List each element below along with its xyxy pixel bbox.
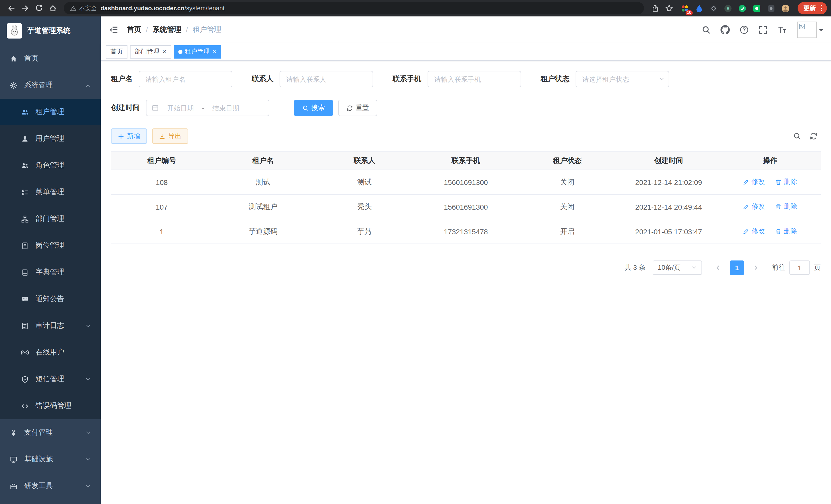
share-button[interactable] xyxy=(648,1,662,15)
header-search-button[interactable] xyxy=(701,25,711,35)
user-avatar-dropdown[interactable] xyxy=(797,22,823,38)
browser-reload-button[interactable] xyxy=(32,1,46,15)
cell-tenant-name: 测试租户 xyxy=(212,195,314,219)
sidebar-item-dept-management[interactable]: 部门管理 xyxy=(0,206,101,232)
breadcrumb-home[interactable]: 首页 xyxy=(127,25,141,34)
prev-page-button[interactable] xyxy=(710,261,726,275)
delete-label: 删除 xyxy=(784,202,797,211)
tab-home[interactable]: 首页 xyxy=(106,45,127,58)
delete-link[interactable]: 删除 xyxy=(775,227,797,236)
current-page-button[interactable]: 1 xyxy=(730,261,744,275)
filter-status: 租户状态 xyxy=(541,71,669,87)
sidebar-item-infrastructure[interactable]: 基础设施 xyxy=(0,446,101,473)
export-button[interactable]: 导出 xyxy=(152,128,188,144)
address-bar[interactable]: 不安全 dashboard.yudao.iocoder.cn/system/te… xyxy=(64,2,644,14)
extension-icon-drop[interactable] xyxy=(694,3,704,13)
hamburger-icon[interactable] xyxy=(109,25,119,35)
navbar: 首页 系统管理 租户管理 xyxy=(101,17,831,43)
sidebar-item-notice[interactable]: 通知公告 xyxy=(0,286,101,313)
cell-actions: 修改 删除 xyxy=(719,170,821,195)
date-separator: - xyxy=(202,104,204,112)
sidebar-item-label: 租户管理 xyxy=(35,108,64,117)
toggle-search-icon[interactable] xyxy=(793,132,801,140)
browser-back-button[interactable] xyxy=(4,1,18,15)
delete-link[interactable]: 删除 xyxy=(775,202,797,211)
add-button[interactable]: 新增 xyxy=(111,128,147,144)
status-select[interactable] xyxy=(576,71,669,87)
sidebar-item-role-management[interactable]: 角色管理 xyxy=(0,152,101,179)
sidebar-item-online-users[interactable]: 在线用户 xyxy=(0,339,101,366)
font-size-button[interactable] xyxy=(777,25,787,35)
page-size-select[interactable]: 10条/页 xyxy=(653,261,702,275)
start-date-input[interactable] xyxy=(161,104,199,112)
sidebar-item-payment[interactable]: 支付管理 xyxy=(0,419,101,446)
end-date-input[interactable] xyxy=(207,104,245,112)
tab-tenant-management[interactable]: 租户管理 xyxy=(173,45,221,58)
warning-icon xyxy=(70,5,77,11)
delete-link[interactable]: 删除 xyxy=(775,178,797,187)
filter-row-2: 创建时间 - 搜索 重置 xyxy=(111,100,821,116)
browser-forward-button[interactable] xyxy=(18,1,32,15)
sidebar-item-user-management[interactable]: 用户管理 xyxy=(0,125,101,152)
sidebar: 芋道管理系统 首页 系统管理 租户管理 xyxy=(0,17,101,504)
table-row: 107 测试租户 秃头 15601691300 关闭 2021-12-14 20… xyxy=(111,195,821,219)
close-icon[interactable] xyxy=(163,48,166,55)
edit-link[interactable]: 修改 xyxy=(743,227,765,236)
help-button[interactable] xyxy=(739,25,749,35)
security-label: 不安全 xyxy=(79,4,97,12)
sidebar-logo[interactable]: 芋道管理系统 xyxy=(0,17,101,45)
profile-avatar-icon[interactable] xyxy=(781,3,791,13)
home-icon xyxy=(10,55,18,62)
sidebar-item-dev-tools[interactable]: 研发工具 xyxy=(0,473,101,499)
contact-input[interactable] xyxy=(280,71,373,87)
cell-tenant-id: 1 xyxy=(111,219,212,244)
goto-page-input[interactable] xyxy=(790,261,810,275)
tenant-name-input[interactable] xyxy=(139,71,232,87)
tab-dept-management[interactable]: 部门管理 xyxy=(130,45,171,58)
sidebar-item-audit-log[interactable]: 审计日志 xyxy=(0,313,101,339)
kebab-menu-icon xyxy=(818,5,826,11)
github-link[interactable] xyxy=(720,25,730,35)
search-icon xyxy=(701,25,711,34)
sidebar-item-sms-management[interactable]: 短信管理 xyxy=(0,366,101,392)
search-button[interactable]: 搜索 xyxy=(294,100,333,116)
sidebar-item-post-management[interactable]: 岗位管理 xyxy=(0,232,101,259)
extension-icon-green-square[interactable] xyxy=(752,3,762,13)
phone-input[interactable] xyxy=(428,71,521,87)
browser-update-button[interactable]: 更新 xyxy=(798,2,827,14)
next-page-button[interactable] xyxy=(748,261,764,275)
app-frame: 芋道管理系统 首页 系统管理 租户管理 xyxy=(0,17,831,504)
cell-tenant-id: 108 xyxy=(111,170,212,195)
sidebar-item-menu-management[interactable]: 菜单管理 xyxy=(0,179,101,206)
refresh-table-icon[interactable] xyxy=(809,132,818,140)
bookmark-button[interactable] xyxy=(662,1,676,15)
edit-link[interactable]: 修改 xyxy=(743,178,765,187)
extension-icon-puzzle[interactable] xyxy=(767,3,776,13)
reset-button-label: 重置 xyxy=(355,103,369,113)
extension-icon-dark[interactable] xyxy=(723,3,733,13)
browser-home-button[interactable] xyxy=(46,1,60,15)
extension-icon-green-circle[interactable] xyxy=(738,3,747,13)
delete-label: 删除 xyxy=(784,178,797,187)
edit-link[interactable]: 修改 xyxy=(743,202,765,211)
sidebar-item-tenant-management[interactable]: 租户管理 xyxy=(0,99,101,125)
chevron-down-icon xyxy=(85,483,91,489)
table-header-row: 租户编号 租户名 联系人 联系手机 租户状态 创建时间 操作 xyxy=(111,151,821,170)
security-chip[interactable]: 不安全 xyxy=(70,4,97,12)
cell-tenant-name: 芋道源码 xyxy=(212,219,314,244)
sidebar-item-error-code[interactable]: 错误码管理 xyxy=(0,392,101,419)
filter-phone: 联系手机 xyxy=(393,71,521,87)
fullscreen-button[interactable] xyxy=(758,25,768,35)
extension-icon-ring[interactable] xyxy=(709,3,719,13)
sidebar-item-dict-management[interactable]: 字典管理 xyxy=(0,259,101,286)
close-icon[interactable] xyxy=(212,48,217,55)
sidebar-item-system-management[interactable]: 系统管理 xyxy=(0,72,101,99)
status-select-input[interactable] xyxy=(576,71,669,87)
reset-button[interactable]: 重置 xyxy=(338,100,377,116)
sidebar-item-home[interactable]: 首页 xyxy=(0,45,101,72)
create-time-range-picker[interactable]: - xyxy=(146,100,269,116)
chevron-down-icon xyxy=(85,376,91,382)
document-icon xyxy=(21,322,29,330)
page-size-value: 10条/页 xyxy=(658,263,681,272)
extension-icon-dots[interactable]: 10 xyxy=(680,3,690,13)
